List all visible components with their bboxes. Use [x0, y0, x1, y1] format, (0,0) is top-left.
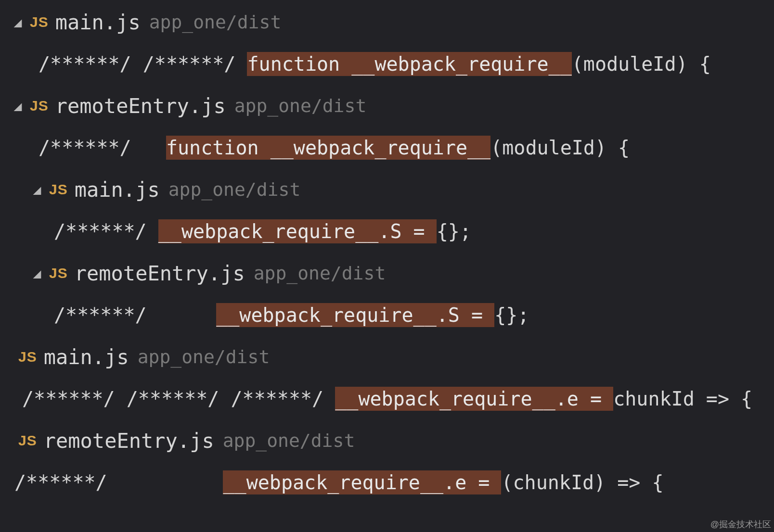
- chevron-down-icon: ◢: [10, 98, 26, 114]
- js-file-icon: JS: [49, 265, 68, 281]
- js-file-icon: JS: [30, 14, 49, 30]
- search-match-line[interactable]: /******/ __webpack_require__.S = {};: [0, 210, 774, 253]
- search-result-file[interactable]: JSmain.jsapp_one/dist: [0, 337, 774, 377]
- file-name: main.js: [55, 11, 141, 34]
- chevron-down-icon: ◢: [10, 14, 26, 30]
- code-suffix: (moduleId) {: [490, 137, 630, 159]
- js-file-icon: JS: [18, 349, 37, 365]
- js-file-icon: JS: [18, 432, 37, 449]
- search-match-line[interactable]: /******/ __webpack_require__.S = {};: [0, 293, 774, 337]
- search-match-line[interactable]: /******/ /******/ function __webpack_req…: [0, 42, 774, 86]
- search-highlight: function __webpack_require__: [166, 136, 490, 160]
- search-highlight: __webpack_require__.S =: [216, 303, 494, 327]
- js-file-icon: JS: [30, 98, 49, 114]
- file-name: remoteEntry.js: [44, 429, 214, 453]
- search-result-file[interactable]: ◢JSmain.jsapp_one/dist: [0, 169, 774, 210]
- search-result-file[interactable]: ◢JSremoteEntry.jsapp_one/dist: [0, 253, 774, 293]
- chevron-down-icon: ◢: [29, 266, 45, 281]
- watermark-text: @掘金技术社区: [710, 519, 771, 530]
- file-path: app_one/dist: [254, 263, 386, 284]
- file-name: remoteEntry.js: [55, 94, 226, 118]
- search-match-line[interactable]: /******/ /******/ /******/ __webpack_req…: [0, 377, 774, 420]
- chevron-down-icon: ◢: [29, 182, 45, 198]
- code-suffix: {};: [494, 304, 529, 326]
- js-file-icon: JS: [49, 181, 68, 198]
- code-prefix: /******/: [0, 304, 216, 326]
- search-results-panel: ◢JSmain.jsapp_one/dist/******/ /******/ …: [0, 0, 774, 504]
- code-prefix: /******/: [0, 471, 223, 494]
- file-path: app_one/dist: [234, 95, 367, 116]
- search-highlight: __webpack_require__.e =: [335, 387, 613, 411]
- file-path: app_one/dist: [223, 430, 355, 451]
- code-prefix: /******/ /******/ /******/: [0, 388, 335, 410]
- file-name: main.js: [44, 345, 129, 369]
- file-path: app_one/dist: [149, 12, 282, 33]
- search-match-line[interactable]: /******/ function __webpack_require__(mo…: [0, 126, 774, 169]
- code-suffix: {};: [437, 220, 471, 242]
- search-highlight: __webpack_require__.S =: [158, 219, 437, 243]
- search-result-file[interactable]: ◢JSmain.jsapp_one/dist: [0, 2, 774, 42]
- file-name: remoteEntry.js: [75, 262, 245, 285]
- code-suffix: chunkId => {: [613, 388, 752, 410]
- search-result-file[interactable]: JSremoteEntry.jsapp_one/dist: [0, 420, 774, 461]
- file-path: app_one/dist: [168, 179, 301, 200]
- code-prefix: /******/ /******/: [0, 53, 247, 75]
- search-result-file[interactable]: ◢JSremoteEntry.jsapp_one/dist: [0, 86, 774, 126]
- file-name: main.js: [75, 178, 160, 202]
- search-highlight: function __webpack_require__: [247, 52, 571, 76]
- code-prefix: /******/: [0, 220, 158, 242]
- code-prefix: /******/: [0, 137, 166, 159]
- code-suffix: (moduleId) {: [572, 53, 711, 75]
- search-match-line[interactable]: /******/ __webpack_require__.e = (chunkI…: [0, 461, 774, 504]
- file-path: app_one/dist: [138, 346, 270, 367]
- code-suffix: (chunkId) => {: [501, 471, 663, 494]
- search-highlight: __webpack_require__.e =: [223, 470, 501, 494]
